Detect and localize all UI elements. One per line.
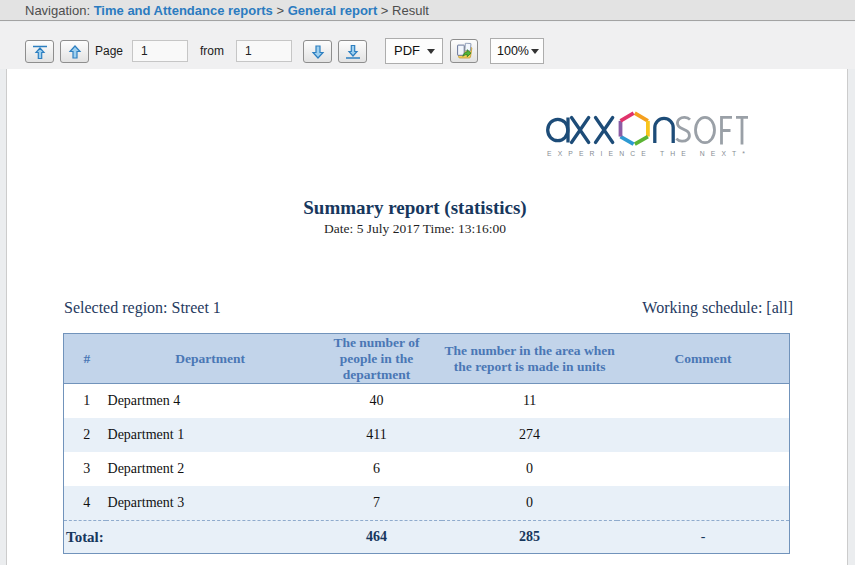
svg-text:EXPERIENCE THE NEXT*: EXPERIENCE THE NEXT* [547,150,748,157]
